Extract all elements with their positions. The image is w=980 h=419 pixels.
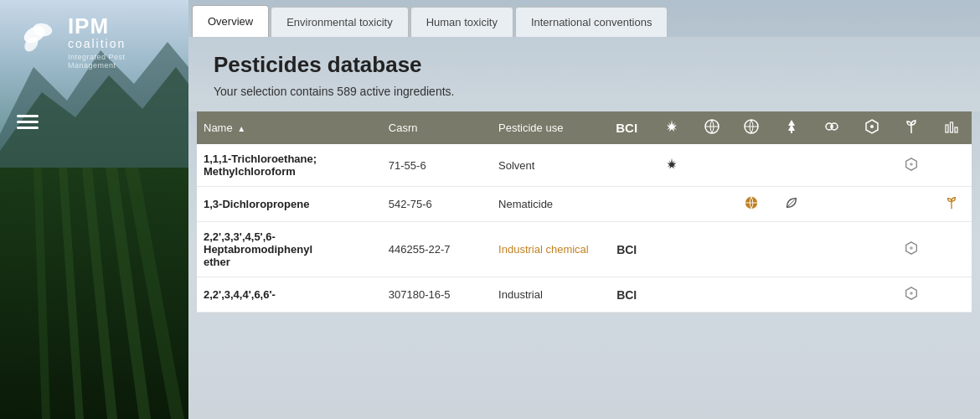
svg-point-9 (830, 126, 833, 128)
logo-subtitle-text: Integrated Pest Management (68, 53, 172, 70)
globe-icon1 (704, 118, 720, 135)
svg-rect-12 (946, 125, 948, 132)
col-header-icon2 (692, 111, 732, 144)
sort-arrow: ▲ (237, 124, 245, 133)
tab-human-toxicity[interactable]: Human toxicity (410, 7, 513, 37)
page-title: Pesticides database (214, 52, 955, 78)
col-header-casrn[interactable]: Casrn (382, 111, 492, 144)
cell-icon-3 (771, 277, 812, 313)
cell-casrn: 542-75-6 (382, 187, 492, 222)
cell-bci (601, 187, 652, 222)
cell-use: Solvent (492, 144, 601, 187)
cell-name: 2,2',3,3',4,5',6-Heptabromodiphenylether (197, 222, 382, 277)
cell-icon-6 (891, 187, 931, 222)
cell-icon-4 (812, 187, 852, 222)
table-row[interactable]: 2,2',3,4,4',6,6'-307180-16-5IndustrialBC… (197, 277, 972, 313)
cell-icon-5 (852, 187, 892, 222)
cell-casrn: 446255-22-7 (382, 222, 492, 277)
svg-rect-14 (955, 127, 957, 132)
hamburger-line-2 (17, 121, 39, 123)
cell-bci: BCI (601, 222, 652, 277)
link-icon (823, 118, 840, 135)
table-row[interactable]: 2,2',3,3',4,5',6-Heptabromodiphenylether… (197, 222, 972, 277)
cell-icon-5 (852, 222, 892, 277)
tree-icon (783, 118, 800, 135)
page-subtitle: Your selection contains 589 active ingre… (214, 85, 955, 98)
logo-text: IPM coalition Integrated Pest Management (68, 15, 172, 70)
plant-icon (903, 118, 920, 135)
hamburger-line-1 (17, 115, 39, 117)
cell-icon-4 (812, 277, 852, 313)
col-header-icon8 (931, 111, 972, 144)
logo-icon (17, 19, 61, 65)
tab-overview[interactable]: Overview (192, 5, 269, 37)
cell-icon-2 (732, 222, 772, 277)
logo-coalition-text: coalition (68, 37, 172, 51)
col-header-bci[interactable]: BCI (601, 111, 652, 144)
cell-use: Nematicide (492, 187, 601, 222)
col-header-icon1 (652, 111, 692, 144)
logo-ipm-text: IPM (68, 15, 172, 37)
cell-icon-1 (692, 144, 732, 187)
cell-name: 2,2',3,4,4',6,6'- (197, 277, 382, 313)
tab-international-conventions[interactable]: International conventions (515, 7, 668, 37)
svg-point-16 (910, 163, 913, 166)
cell-icon-3 (771, 222, 812, 277)
col-header-icon4 (771, 111, 812, 144)
cell-icon-6 (891, 277, 931, 313)
cell-icon-4 (812, 144, 852, 187)
svg-line-18 (787, 199, 795, 207)
hamburger-line-3 (17, 127, 39, 129)
col-header-icon6 (852, 111, 892, 144)
cell-casrn: 71-55-6 (382, 144, 492, 187)
cell-casrn: 307180-16-5 (382, 277, 492, 313)
hamburger-menu[interactable] (0, 95, 188, 149)
cell-name: 1,1,1-Trichloroethane;Methylchloroform (197, 144, 382, 187)
cell-icon-0 (652, 277, 692, 313)
cell-icon-2 (732, 144, 772, 187)
col-header-name[interactable]: Name ▲ (197, 111, 382, 144)
grain-icon (663, 118, 680, 135)
cell-icon-6 (891, 222, 931, 277)
cell-icon-3 (771, 144, 812, 187)
tab-environmental-toxicity[interactable]: Environmental toxicity (271, 7, 408, 37)
table-header-row: Name ▲ Casrn Pesticide use BCI (197, 111, 972, 144)
cell-icon-5 (852, 144, 892, 187)
cell-bci (601, 144, 652, 187)
table-container: Name ▲ Casrn Pesticide use BCI (188, 111, 980, 419)
svg-point-20 (910, 246, 913, 250)
cell-icon-7 (931, 277, 972, 313)
chart-icon (943, 118, 960, 135)
logo: IPM coalition Integrated Pest Management (0, 0, 188, 78)
cell-icon-5 (852, 277, 892, 313)
cell-icon-2 (732, 187, 772, 222)
cell-icon-3 (771, 187, 812, 222)
col-header-icon7 (891, 111, 931, 144)
cell-icon-0 (652, 222, 692, 277)
pesticides-table: Name ▲ Casrn Pesticide use BCI (197, 111, 972, 313)
cell-bci: BCI (601, 277, 652, 313)
cell-icon-7 (931, 187, 972, 222)
hexnet-icon (864, 118, 880, 135)
tab-bar: Overview Environmental toxicity Human to… (188, 0, 980, 37)
cell-icon-1 (692, 222, 732, 277)
cell-icon-2 (732, 277, 772, 313)
table-row[interactable]: 1,3-Dichloropropene542-75-6Nematicide (197, 187, 972, 222)
main-content: Overview Environmental toxicity Human to… (188, 0, 980, 419)
svg-rect-13 (951, 122, 953, 132)
cell-icon-4 (812, 222, 852, 277)
sidebar: IPM coalition Integrated Pest Management (0, 0, 188, 419)
cell-icon-7 (931, 144, 972, 187)
cell-name: 1,3-Dichloropropene (197, 187, 382, 222)
cell-icon-7 (931, 222, 972, 277)
col-header-use[interactable]: Pesticide use (492, 111, 601, 144)
page-header: Pesticides database Your selection conta… (188, 37, 980, 111)
cell-icon-0 (652, 144, 692, 187)
cell-use[interactable]: Industrial chemical (492, 222, 601, 277)
col-header-icon3 (732, 111, 772, 144)
globe-icon2 (743, 118, 760, 135)
table-row[interactable]: 1,1,1-Trichloroethane;Methylchloroform71… (197, 144, 972, 187)
cell-icon-0 (652, 187, 692, 222)
cell-icon-1 (692, 187, 732, 222)
cell-icon-1 (692, 277, 732, 313)
